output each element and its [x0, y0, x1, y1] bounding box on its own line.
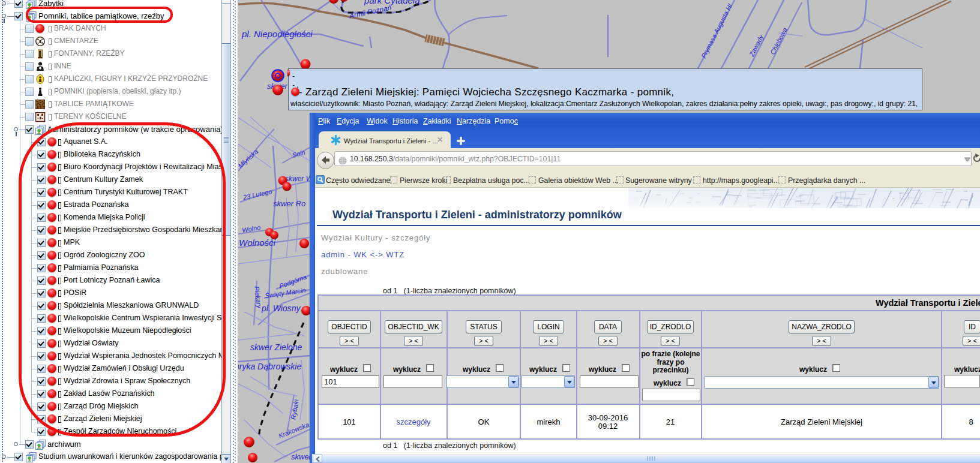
svg-text:Chlebowa: Chlebowa	[769, 26, 789, 56]
svg-text:Wolno: Wolno	[241, 224, 261, 234]
svg-text:pl. Niepodległości: pl. Niepodległości	[241, 29, 313, 39]
svg-text:park Cytadela: park Cytadela	[364, 0, 420, 5]
svg-text:Młyńska: Młyńska	[238, 148, 259, 170]
svg-text:skwer Ro: skwer Ro	[273, 199, 305, 208]
svg-text:Rybaki: Rybaki	[289, 399, 300, 420]
svg-text:23 Lutego: 23 Lutego	[242, 188, 272, 201]
svg-text:pl. Wiosny: pl. Wiosny	[261, 303, 301, 313]
svg-text:Wolności: Wolności	[239, 237, 276, 248]
svg-text:Armii Poznań: Armii Poznań	[348, 3, 392, 20]
svg-text:nryka Dąbrowskie: nryka Dąbrowskie	[238, 362, 301, 371]
svg-text:Prymasa Augusta Hl: Prymasa Augusta Hl	[700, 2, 733, 59]
svg-text:skwer Zielone: skwer Zielone	[250, 342, 302, 352]
